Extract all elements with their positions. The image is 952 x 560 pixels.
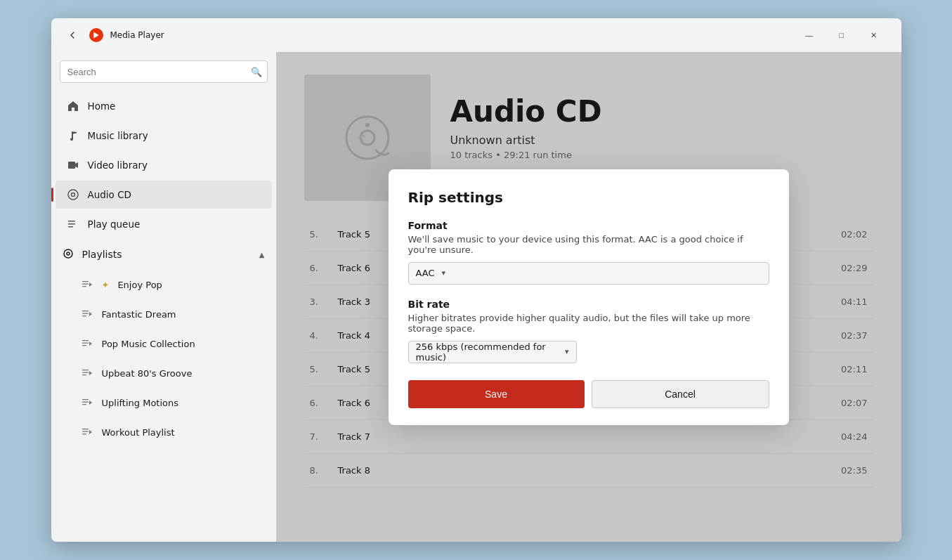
svg-marker-25 bbox=[89, 371, 92, 375]
svg-point-9 bbox=[67, 252, 70, 255]
svg-point-3 bbox=[68, 190, 78, 200]
playlist-icon-4 bbox=[81, 367, 93, 379]
music-icon bbox=[67, 129, 79, 142]
sidebar-item-audio-cd-label: Audio CD bbox=[88, 189, 131, 200]
svg-rect-11 bbox=[82, 284, 89, 285]
svg-rect-10 bbox=[82, 281, 89, 282]
svg-rect-14 bbox=[82, 311, 89, 311]
svg-rect-6 bbox=[68, 223, 75, 225]
bitrate-chevron: ▾ bbox=[565, 347, 569, 356]
playlist-icon-6 bbox=[81, 426, 93, 438]
svg-rect-24 bbox=[82, 375, 86, 375]
svg-rect-1 bbox=[68, 162, 75, 169]
app-title: Media Player bbox=[110, 30, 786, 40]
svg-rect-16 bbox=[82, 315, 86, 316]
back-button[interactable] bbox=[63, 25, 82, 45]
svg-marker-33 bbox=[89, 430, 92, 434]
svg-marker-13 bbox=[89, 282, 92, 287]
titlebar: Media Player — □ ✕ bbox=[51, 18, 901, 52]
svg-rect-20 bbox=[82, 345, 86, 346]
bitrate-value: 256 kbps (recommended for music) bbox=[416, 341, 558, 363]
playlist-fantastic-dream-label: Fantastic Dream bbox=[102, 309, 176, 320]
playlist-icon-3 bbox=[81, 337, 93, 350]
svg-rect-31 bbox=[82, 431, 89, 432]
playlist-item-workout[interactable]: Workout Playlist bbox=[56, 418, 272, 446]
svg-marker-17 bbox=[89, 312, 92, 316]
playlist-icon-5 bbox=[81, 396, 93, 409]
svg-rect-23 bbox=[82, 372, 89, 373]
playlist-item-enjoy-pop[interactable]: ✦ Enjoy Pop bbox=[56, 271, 272, 299]
format-chevron: ▾ bbox=[442, 268, 446, 278]
dialog-overlay: Rip settings Format We'll save music to … bbox=[276, 52, 901, 542]
sidebar-item-home[interactable]: Home bbox=[56, 92, 272, 120]
window-controls: — □ ✕ bbox=[793, 24, 890, 46]
sidebar-item-audio-cd[interactable]: Audio CD bbox=[56, 181, 272, 209]
playlist-item-fantastic-dream[interactable]: Fantastic Dream bbox=[56, 300, 272, 328]
close-button[interactable]: ✕ bbox=[858, 24, 890, 46]
sidebar-item-music-label: Music library bbox=[88, 130, 148, 141]
playlist-enjoy-pop-label: Enjoy Pop bbox=[117, 280, 162, 290]
svg-marker-0 bbox=[93, 32, 99, 39]
playlist-section-icon bbox=[63, 248, 74, 261]
search-input[interactable] bbox=[60, 60, 268, 83]
home-icon bbox=[67, 100, 79, 112]
queue-icon bbox=[67, 218, 79, 230]
svg-rect-18 bbox=[82, 340, 89, 341]
svg-rect-15 bbox=[82, 313, 89, 314]
enjoy-pop-star: ✦ bbox=[102, 280, 110, 290]
format-desc: We'll save music to your device using th… bbox=[408, 234, 769, 255]
cancel-button[interactable]: Cancel bbox=[592, 380, 769, 408]
svg-rect-5 bbox=[68, 221, 75, 222]
svg-point-4 bbox=[71, 193, 74, 197]
sidebar-item-music-library[interactable]: Music library bbox=[56, 122, 272, 150]
search-bar[interactable]: 🔍 bbox=[60, 60, 268, 83]
sidebar-item-video-label: Video library bbox=[88, 159, 148, 171]
svg-marker-21 bbox=[89, 341, 92, 346]
playlist-icon-2 bbox=[81, 308, 93, 320]
format-value: AAC bbox=[416, 268, 435, 278]
video-icon bbox=[67, 159, 79, 171]
play-queue-label: Play queue bbox=[88, 219, 141, 230]
bitrate-desc: Higher bitrates provide higher quality a… bbox=[408, 313, 769, 334]
playlist-workout-label: Workout Playlist bbox=[102, 427, 175, 438]
bitrate-label: Bit rate bbox=[408, 299, 769, 310]
sidebar-item-video-library[interactable]: Video library bbox=[56, 151, 272, 179]
svg-point-8 bbox=[64, 249, 72, 258]
playlist-item-uplifting[interactable]: Uplifting Motions bbox=[56, 389, 272, 417]
dialog-title: Rip settings bbox=[408, 189, 769, 206]
svg-marker-29 bbox=[89, 401, 92, 405]
maximize-button[interactable]: □ bbox=[826, 24, 858, 46]
sidebar: 🔍 Home Music library bbox=[51, 52, 276, 542]
bitrate-select[interactable]: 256 kbps (recommended for music) ▾ bbox=[408, 341, 577, 363]
playlist-icon bbox=[81, 278, 93, 291]
save-button[interactable]: Save bbox=[408, 380, 585, 408]
svg-rect-27 bbox=[82, 402, 89, 403]
dialog-actions: Save Cancel bbox=[408, 380, 769, 408]
svg-rect-19 bbox=[82, 343, 89, 344]
svg-rect-7 bbox=[68, 226, 73, 228]
svg-marker-2 bbox=[75, 162, 78, 168]
main-content: ♪ Audio CD Unknown artist 10 tracks • 29… bbox=[276, 52, 901, 542]
svg-rect-28 bbox=[82, 404, 86, 405]
format-select[interactable]: AAC ▾ bbox=[408, 262, 769, 285]
app-icon bbox=[89, 28, 103, 42]
playlists-chevron: ▲ bbox=[259, 251, 265, 259]
sidebar-item-home-label: Home bbox=[88, 100, 116, 112]
sidebar-item-play-queue[interactable]: Play queue bbox=[56, 210, 272, 238]
svg-rect-32 bbox=[82, 434, 86, 434]
disc-icon bbox=[67, 188, 79, 201]
minimize-button[interactable]: — bbox=[793, 24, 826, 46]
playlists-section[interactable]: Playlists ▲ bbox=[51, 239, 276, 270]
playlist-item-upbeat[interactable]: Upbeat 80's Groove bbox=[56, 359, 272, 387]
svg-rect-12 bbox=[82, 286, 86, 287]
svg-rect-26 bbox=[82, 399, 89, 400]
format-label: Format bbox=[408, 220, 769, 231]
playlist-uplifting-label: Uplifting Motions bbox=[102, 398, 179, 408]
svg-rect-22 bbox=[82, 370, 89, 370]
rip-settings-dialog: Rip settings Format We'll save music to … bbox=[389, 169, 789, 425]
playlist-upbeat-label: Upbeat 80's Groove bbox=[102, 368, 193, 379]
playlist-item-pop-music[interactable]: Pop Music Collection bbox=[56, 330, 272, 358]
svg-rect-30 bbox=[82, 429, 89, 429]
playlists-label: Playlists bbox=[82, 249, 122, 260]
playlist-pop-music-label: Pop Music Collection bbox=[102, 339, 195, 349]
